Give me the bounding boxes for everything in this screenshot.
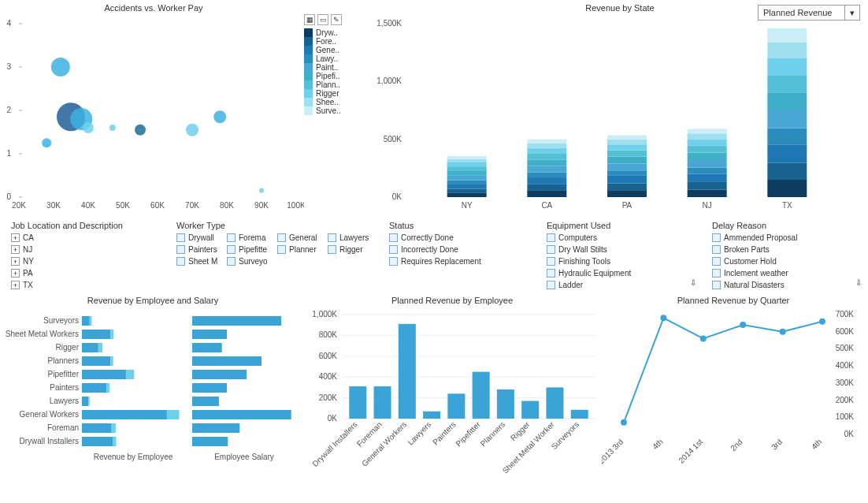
revenue-dropdown[interactable]: Planned Revenue ▾ [758, 5, 860, 20]
filter-item[interactable]: Dry Wall Stilts [547, 245, 696, 254]
svg-rect-67 [688, 182, 727, 190]
svg-text:400K: 400K [319, 372, 338, 381]
filter-item[interactable]: Drywall [176, 233, 224, 242]
svg-rect-152 [473, 372, 490, 419]
filter-item[interactable]: +NY [11, 257, 161, 266]
checkbox-icon[interactable] [176, 233, 185, 242]
legend-item[interactable]: Gene.. [304, 46, 375, 54]
filter-item[interactable]: Rigger [328, 245, 375, 254]
checkbox-icon[interactable] [328, 233, 336, 242]
filter-item[interactable]: +NJ [11, 245, 161, 254]
filter-item[interactable]: Inclement weather [712, 269, 862, 278]
checkbox-icon[interactable] [547, 233, 555, 242]
svg-text:Drywall Installers: Drywall Installers [310, 420, 358, 468]
svg-rect-56 [607, 183, 647, 190]
svg-rect-36 [447, 181, 487, 184]
svg-rect-109 [82, 383, 106, 393]
checkbox-icon[interactable] [712, 233, 721, 242]
svg-text:1,000K: 1,000K [377, 76, 402, 85]
svg-rect-115 [192, 397, 219, 406]
expand-icon[interactable]: + [11, 269, 20, 278]
filter-item[interactable]: Surveyo [227, 257, 274, 266]
filter-item[interactable]: Sheet M [176, 257, 224, 266]
legend-item[interactable]: Shee.. [304, 98, 375, 106]
expand-icon[interactable]: + [11, 257, 20, 266]
chart-planned-rev-quarter: 0K100K200K300K400K500K600K700K2013 3rd4t… [602, 308, 862, 474]
checkbox-icon[interactable] [227, 257, 236, 266]
scroll-down-icon[interactable]: ⇩ [547, 278, 696, 287]
checkbox-icon[interactable] [277, 233, 286, 242]
checkbox-icon[interactable] [277, 245, 286, 254]
svg-rect-79 [767, 144, 807, 162]
checkbox-icon[interactable] [176, 245, 185, 254]
svg-point-28 [259, 188, 264, 193]
filter-item[interactable]: Computers [547, 233, 696, 242]
box-icon[interactable]: ▭ [317, 14, 328, 25]
filter-label: Requires Replacement [401, 257, 481, 266]
scroll-down-icon[interactable]: ⇩ [712, 278, 862, 287]
filter-item[interactable]: Requires Replacement [389, 257, 531, 266]
checkbox-icon[interactable] [227, 233, 236, 242]
checkbox-icon[interactable] [389, 257, 398, 266]
filter-item[interactable]: +TX [11, 281, 161, 289]
checkbox-icon[interactable] [547, 257, 555, 266]
svg-rect-82 [767, 92, 807, 110]
checkbox-icon[interactable] [227, 245, 236, 254]
checkbox-icon[interactable] [712, 245, 721, 254]
checkbox-icon[interactable] [712, 257, 721, 266]
filter-item[interactable]: Lawyers [328, 233, 375, 242]
expand-icon[interactable]: + [11, 245, 20, 254]
filter-label: Pipefitte [239, 245, 267, 254]
legend-item[interactable]: Lawy.. [304, 54, 375, 63]
filter-item[interactable]: Pipefitte [227, 245, 274, 254]
filter-title-delay: Delay Reason [712, 221, 862, 230]
legend-item[interactable]: Plann.. [304, 80, 375, 89]
legend-item[interactable]: Surve.. [304, 106, 375, 115]
dropdown-selected: Planned Revenue [763, 8, 832, 17]
svg-rect-51 [527, 148, 566, 154]
svg-rect-156 [521, 401, 539, 419]
svg-rect-70 [688, 160, 727, 168]
svg-rect-55 [607, 190, 647, 197]
filter-item[interactable]: Ammended Proposal [712, 233, 862, 242]
svg-rect-121 [82, 423, 112, 433]
filter-item[interactable]: Broken Parts [712, 245, 862, 254]
svg-rect-142 [349, 386, 366, 419]
legend-item[interactable]: Paint.. [304, 63, 375, 72]
grid-icon[interactable]: ▦ [304, 14, 315, 25]
svg-rect-107 [192, 370, 247, 379]
svg-rect-57 [607, 176, 647, 184]
svg-text:Painters: Painters [50, 383, 79, 392]
svg-text:1,000K: 1,000K [312, 310, 337, 319]
checkbox-icon[interactable] [389, 233, 398, 242]
expand-icon[interactable]: + [11, 281, 20, 289]
filter-item[interactable]: +CA [11, 233, 161, 242]
filter-item[interactable]: Customer Hold [712, 257, 862, 266]
legend-item[interactable]: Dryw.. [304, 28, 375, 37]
pencil-icon[interactable]: ✎ [331, 14, 342, 25]
filter-item[interactable]: Painters [176, 245, 224, 254]
filter-item[interactable]: Correctly Done [389, 233, 531, 242]
svg-text:100K: 100K [836, 412, 855, 421]
filter-item[interactable]: Forema [227, 233, 274, 242]
legend-item[interactable]: Fore.. [304, 37, 375, 46]
checkbox-icon[interactable] [389, 245, 398, 254]
checkbox-icon[interactable] [176, 257, 185, 266]
expand-icon[interactable]: + [11, 233, 20, 242]
checkbox-icon[interactable] [712, 269, 721, 278]
filter-item[interactable]: Incorrectly Done [389, 245, 531, 254]
chevron-down-icon: ▾ [844, 6, 855, 20]
filter-item[interactable]: Finishing Tools [547, 257, 696, 266]
svg-rect-158 [546, 387, 563, 419]
checkbox-icon[interactable] [547, 269, 555, 278]
checkbox-icon[interactable] [328, 245, 336, 254]
filter-item[interactable]: Hydraulic Equipment [547, 269, 696, 278]
legend-item[interactable]: Rigger [304, 89, 375, 98]
filter-item[interactable]: +PA [11, 269, 161, 278]
filter-item[interactable]: General [277, 233, 325, 242]
filter-item[interactable]: Planner [277, 245, 325, 254]
svg-text:Revenue by Employee: Revenue by Employee [94, 453, 173, 461]
svg-rect-59 [607, 163, 647, 170]
checkbox-icon[interactable] [547, 245, 555, 254]
legend-item[interactable]: Pipefi.. [304, 72, 375, 80]
